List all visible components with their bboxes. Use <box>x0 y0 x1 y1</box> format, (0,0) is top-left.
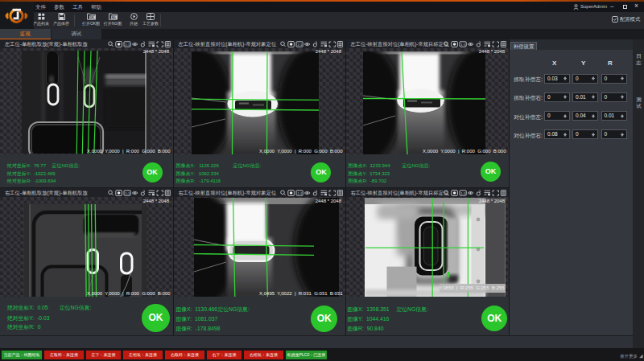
svg-text:OK: OK <box>89 16 94 19</box>
svg-text:NG: NG <box>111 16 115 19</box>
svg-text:1:1: 1:1 <box>460 42 466 46</box>
svg-text:1:1: 1:1 <box>125 42 130 46</box>
svg-text:1:1: 1:1 <box>125 191 130 195</box>
svg-text:1:1: 1:1 <box>297 191 303 195</box>
svg-text:1:1: 1:1 <box>460 191 466 195</box>
svg-text:1:1: 1:1 <box>297 42 303 46</box>
